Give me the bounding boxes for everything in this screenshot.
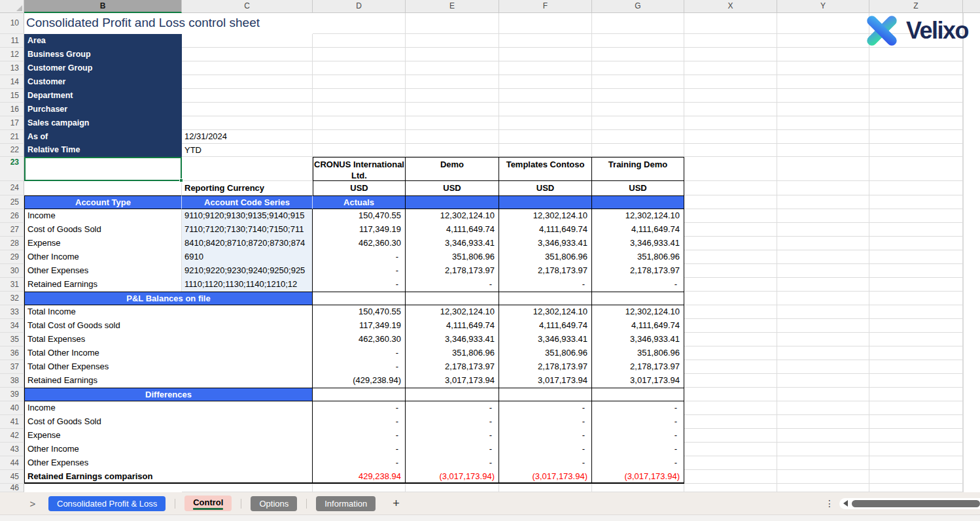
cell-empty[interactable] <box>684 401 777 415</box>
cell-empty[interactable] <box>684 292 777 305</box>
blank-table-cell[interactable] <box>499 388 592 401</box>
cell-empty[interactable] <box>869 144 963 157</box>
company-header-demo[interactable]: Demo <box>406 157 499 181</box>
value-cell[interactable]: - <box>499 429 592 443</box>
value-cell[interactable]: 3,017,173.94 <box>592 374 684 388</box>
blank-table-cell[interactable] <box>406 292 499 305</box>
cell-empty[interactable] <box>406 75 499 89</box>
cell-empty[interactable] <box>777 429 869 443</box>
cell-empty[interactable] <box>313 48 406 61</box>
row-header-16[interactable]: 16 <box>0 103 24 116</box>
value-cell[interactable]: - <box>313 415 406 429</box>
row-header-46[interactable]: 46 <box>0 484 24 492</box>
cell-empty[interactable] <box>777 415 869 429</box>
row-header-40[interactable]: 40 <box>0 401 24 415</box>
cell-empty[interactable] <box>499 61 592 75</box>
difference-label-cell[interactable]: Other Income <box>24 443 313 456</box>
cell-empty[interactable] <box>869 89 963 103</box>
value-cell[interactable]: - <box>592 415 684 429</box>
column-header-B[interactable]: B <box>24 0 182 13</box>
column-header-X[interactable]: X <box>684 0 777 13</box>
cell-empty[interactable] <box>684 278 777 292</box>
value-cell[interactable]: 2,178,173.97 <box>406 264 499 278</box>
value-cell[interactable]: - <box>406 456 499 470</box>
row-header-11[interactable]: 11 <box>0 34 24 48</box>
value-cell[interactable]: 2,178,173.97 <box>499 360 592 374</box>
cell-empty[interactable] <box>684 456 777 470</box>
balance-label-cell[interactable]: Total Expenses <box>24 333 313 346</box>
cell-empty[interactable] <box>406 484 499 492</box>
cell-empty[interactable] <box>777 61 869 75</box>
value-cell-negative[interactable]: (3,017,173.94) <box>592 470 684 484</box>
balances-section-header[interactable]: P&L Balances on file <box>24 292 313 305</box>
cell-empty[interactable] <box>684 470 777 484</box>
account-codes-cell[interactable]: 9110;9120;9130;9135;9140;915 <box>182 209 313 223</box>
value-cell[interactable]: 3,346,933.41 <box>592 333 684 346</box>
cell-empty[interactable] <box>777 157 869 181</box>
value-cell[interactable]: - <box>313 443 406 456</box>
sheet-tab-options[interactable]: Options <box>251 496 297 511</box>
sheet-nav-chevron-icon[interactable]: > <box>26 498 39 509</box>
row-header-14[interactable]: 14 <box>0 75 24 89</box>
balance-label-cell[interactable]: Total Other Expenses <box>24 360 313 374</box>
value-cell[interactable]: 12,302,124.10 <box>499 209 592 223</box>
cell-empty[interactable] <box>499 75 592 89</box>
cell-empty[interactable] <box>592 103 684 116</box>
cell-empty[interactable] <box>406 130 499 144</box>
cell-empty[interactable] <box>869 264 963 278</box>
cell-empty[interactable] <box>684 13 777 34</box>
cell-empty[interactable] <box>684 429 777 443</box>
row-header-13[interactable]: 13 <box>0 61 24 75</box>
cell-empty[interactable] <box>684 34 777 48</box>
value-cell[interactable]: - <box>592 401 684 415</box>
cell-empty[interactable] <box>592 130 684 144</box>
row-header-38[interactable]: 38 <box>0 374 24 388</box>
cell-empty[interactable] <box>499 48 592 61</box>
company-header-training-demo[interactable]: Training Demo <box>592 157 684 181</box>
cell-empty[interactable] <box>777 13 869 34</box>
cell-empty[interactable] <box>777 292 869 305</box>
cell-empty[interactable] <box>182 75 313 89</box>
account-codes-cell[interactable]: 1110;1120;1130;1140;1210;12 <box>182 278 313 292</box>
cell-empty[interactable] <box>592 61 684 75</box>
value-cell-negative[interactable]: (3,017,173.94) <box>499 470 592 484</box>
value-cell[interactable]: - <box>313 456 406 470</box>
row-header-10[interactable]: 10 <box>0 13 24 34</box>
value-cell-negative[interactable]: (3,017,173.94) <box>406 470 499 484</box>
value-cell[interactable]: - <box>592 443 684 456</box>
sheet-tab-information[interactable]: Information <box>316 496 376 511</box>
cell-empty[interactable] <box>684 237 777 250</box>
cell-empty[interactable] <box>313 130 406 144</box>
cell-empty[interactable] <box>777 48 869 61</box>
blank-table-cell[interactable] <box>313 388 406 401</box>
cell-empty[interactable] <box>777 456 869 470</box>
cell-empty[interactable] <box>684 415 777 429</box>
cell-empty[interactable] <box>684 103 777 116</box>
cell-empty[interactable] <box>869 157 963 181</box>
cell-empty[interactable] <box>406 144 499 157</box>
cell-empty[interactable] <box>869 181 963 195</box>
cell-empty[interactable] <box>313 103 406 116</box>
cell-empty[interactable] <box>406 61 499 75</box>
cell-empty[interactable] <box>313 484 406 492</box>
value-cell[interactable]: - <box>499 443 592 456</box>
cell-empty[interactable] <box>869 103 963 116</box>
value-cell[interactable]: - <box>406 278 499 292</box>
cell-empty[interactable] <box>777 195 869 209</box>
sheet-title-cell[interactable]: Consolidated Profit and Loss control she… <box>24 13 313 34</box>
row-header-21[interactable]: 21 <box>0 130 24 144</box>
row-header-39[interactable]: 39 <box>0 388 24 401</box>
company-header-templates-contoso[interactable]: Templates Contoso <box>499 157 592 181</box>
value-cell[interactable]: 2,178,173.97 <box>592 264 684 278</box>
cell-empty[interactable] <box>182 484 313 492</box>
column-header-C[interactable]: C <box>182 0 313 13</box>
row-header-33[interactable]: 33 <box>0 305 24 319</box>
difference-label-cell[interactable]: Other Expenses <box>24 456 313 470</box>
blank-table-cell[interactable] <box>592 388 684 401</box>
cell-empty[interactable] <box>684 61 777 75</box>
value-cell[interactable]: - <box>313 360 406 374</box>
account-codes-cell[interactable]: 6910 <box>182 250 313 264</box>
cell-empty[interactable] <box>684 144 777 157</box>
cell-empty[interactable] <box>777 34 869 48</box>
select-all-corner[interactable] <box>0 0 24 13</box>
